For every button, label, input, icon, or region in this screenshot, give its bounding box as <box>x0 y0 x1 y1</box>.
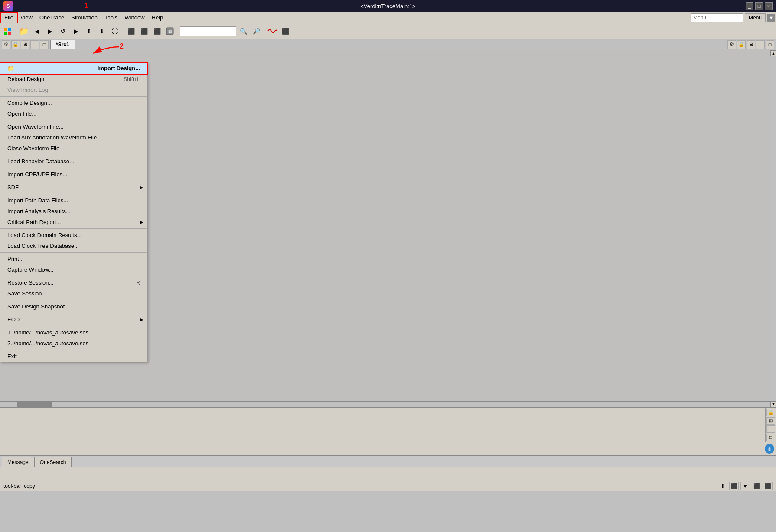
toolbar-zoom-btn[interactable]: 🔎 <box>250 26 262 37</box>
menu-button[interactable]: Menu <box>745 13 766 22</box>
toolbar-new-btn[interactable]: 📁 <box>18 26 30 37</box>
menu-item-sdf[interactable]: SDF <box>0 182 147 193</box>
close-button[interactable]: × <box>765 2 773 10</box>
toolbar-forward-btn[interactable]: ▶ <box>44 26 56 37</box>
annotation-1: 1 <box>85 2 88 10</box>
menu-item-critical-path[interactable]: Critical Path Report... <box>0 217 147 227</box>
menu-expand-icon[interactable]: ▼ <box>767 14 775 22</box>
load-aux-label: Load Aux Annotation Waveform File... <box>7 134 101 141</box>
tab-icon-minimize[interactable]: _ <box>30 40 39 49</box>
tab-onesearch[interactable]: OneSearch <box>34 457 72 467</box>
toolbar-wave-btn[interactable] <box>266 26 278 37</box>
menu-item-load-clock-domain[interactable]: Load Clock Domain Results... <box>0 230 147 240</box>
tab-right-icon-4[interactable]: _ <box>756 40 765 49</box>
toolbar-icon-4[interactable]: ▦ <box>164 26 176 37</box>
menu-item-capture-window[interactable]: Capture Window... <box>0 264 147 275</box>
menu-item-open-file[interactable]: Open File... <box>0 108 147 119</box>
horizontal-scrollbar[interactable] <box>0 401 770 407</box>
tab-right-icon-3[interactable]: ⊞ <box>747 40 755 49</box>
scroll-down-arrow[interactable]: ▼ <box>770 401 776 407</box>
tab-src1[interactable]: *Src1 <box>50 40 75 49</box>
scroll-up-arrow[interactable]: ▲ <box>770 50 776 56</box>
menu-file-label: File <box>4 14 13 21</box>
menu-item-recent-2[interactable]: 2. /home/.../novas_autosave.ses <box>0 338 147 349</box>
menu-item-reload-design-label: Reload Design <box>7 76 44 82</box>
menu-window[interactable]: Window <box>121 13 148 23</box>
recent-2-label: 2. /home/.../novas_autosave.ses <box>7 340 88 347</box>
menu-help[interactable]: Help <box>148 13 167 23</box>
toolbar-reload-btn[interactable]: ↺ <box>57 26 69 37</box>
menu-item-import-cpf[interactable]: Import CPF/UPF Files... <box>0 169 147 180</box>
tab-icon-split[interactable]: ⊞ <box>21 40 29 49</box>
toolbar-extra-btn[interactable]: ⬛ <box>279 26 291 37</box>
menu-item-import-path-data[interactable]: Import Path Data Files... <box>0 195 147 206</box>
menu-item-eco[interactable]: ECO <box>0 314 147 325</box>
menu-item-restore-session[interactable]: Restore Session... R <box>0 277 147 288</box>
third-pane: ⊕ <box>0 442 776 455</box>
menu-file[interactable]: File <box>1 13 17 23</box>
tab-right-icon-1[interactable]: ⚙ <box>727 40 736 49</box>
menu-item-save-session[interactable]: Save Session... <box>0 288 147 299</box>
save-session-label: Save Session... <box>7 290 46 297</box>
tab-right-icon-5[interactable]: □ <box>766 40 774 49</box>
tab-icon-maximize[interactable]: □ <box>40 40 49 49</box>
toolbar-fit-btn[interactable]: ⛶ <box>109 26 121 37</box>
menu-item-import-design[interactable]: 📁 Import Design... <box>0 63 147 74</box>
menu-item-load-aux[interactable]: Load Aux Annotation Waveform File... <box>0 132 147 143</box>
status-icon-display[interactable]: ⬛ <box>729 482 739 490</box>
toolbar-icon-2[interactable]: ⬛ <box>138 26 150 37</box>
menu-tools-label: Tools <box>104 14 117 21</box>
menu-item-recent-1[interactable]: 1. /home/.../novas_autosave.ses <box>0 327 147 338</box>
menu-item-save-design-snapshot[interactable]: Save Design Snapshot... <box>0 301 147 312</box>
menu-search-input[interactable] <box>691 13 743 22</box>
menu-simulation[interactable]: Simulation <box>68 13 101 23</box>
vertical-scrollbar[interactable]: ▲ ▼ <box>770 50 776 407</box>
tab-right-icon-2[interactable]: 🔒 <box>737 40 746 49</box>
h-scroll-thumb[interactable] <box>17 402 52 407</box>
toolbar-back-btn[interactable]: ◀ <box>31 26 43 37</box>
menu-item-import-analysis[interactable]: Import Analysis Results... <box>0 206 147 217</box>
menu-view[interactable]: View <box>17 13 36 23</box>
scroll-track[interactable] <box>770 56 776 401</box>
toolbar-icon-3[interactable]: ⬛ <box>151 26 163 37</box>
status-icon-list[interactable]: ⬛ <box>752 482 761 490</box>
toolbar-search-input[interactable] <box>180 26 236 36</box>
menu-item-reload-design[interactable]: Reload Design Shift+L <box>0 74 147 84</box>
menu-item-load-clock-tree[interactable]: Load Clock Tree Database... <box>0 240 147 251</box>
toolbar-up-btn[interactable]: ⬆ <box>83 26 95 37</box>
status-icon-arrow-down[interactable]: ▼ <box>740 482 750 490</box>
menu-item-print[interactable]: Print... <box>0 253 147 264</box>
bottom-tab-bar: Message OneSearch <box>0 456 776 467</box>
toolbar-icon-1[interactable]: ⬛ <box>125 26 137 37</box>
toolbar-search-btn[interactable]: 🔍 <box>237 26 249 37</box>
minimize-button[interactable]: _ <box>746 2 753 10</box>
second-pane-icon-1[interactable]: 🔒 <box>766 409 775 416</box>
toolbar-play-btn[interactable]: ▶ <box>70 26 82 37</box>
save-design-snapshot-label: Save Design Snapshot... <box>7 303 69 310</box>
menu-item-compile-design[interactable]: Compile Design... <box>0 97 147 108</box>
toolbar-btn-1[interactable] <box>2 26 14 37</box>
tab-icon-lock[interactable]: 🔒 <box>11 40 20 49</box>
tab-message[interactable]: Message <box>2 457 34 467</box>
menu-item-open-waveform[interactable]: Open Waveform File... <box>0 121 147 132</box>
tab-icon-settings[interactable]: ⚙ <box>2 40 10 49</box>
second-pane-icon-3[interactable]: _ <box>766 425 775 433</box>
compass-button[interactable]: ⊕ <box>765 444 774 454</box>
status-icon-home[interactable]: ⬆ <box>718 482 727 490</box>
toolbar-down-btn[interactable]: ⬇ <box>96 26 108 37</box>
toolbar-separator-3 <box>178 26 178 36</box>
separator-3 <box>0 155 147 155</box>
tab-onesearch-label: OneSearch <box>40 459 66 465</box>
menu-item-exit[interactable]: Exit <box>0 351 147 362</box>
second-pane-icon-4[interactable]: □ <box>766 434 775 441</box>
second-pane-icon-2[interactable]: ⊞ <box>766 417 775 425</box>
recent-1-label: 1. /home/.../novas_autosave.ses <box>7 329 88 336</box>
window-controls[interactable]: _ □ × <box>746 2 773 10</box>
menu-tools[interactable]: Tools <box>101 13 121 23</box>
maximize-button[interactable]: □ <box>755 2 763 10</box>
status-icon-extra[interactable]: ⬛ <box>763 482 773 490</box>
menu-onetrace[interactable]: OneTrace <box>36 13 68 23</box>
menu-item-load-behavior[interactable]: Load Behavior Database... <box>0 156 147 167</box>
separator-2 <box>0 120 147 120</box>
menu-item-close-waveform[interactable]: Close Waveform File <box>0 143 147 154</box>
